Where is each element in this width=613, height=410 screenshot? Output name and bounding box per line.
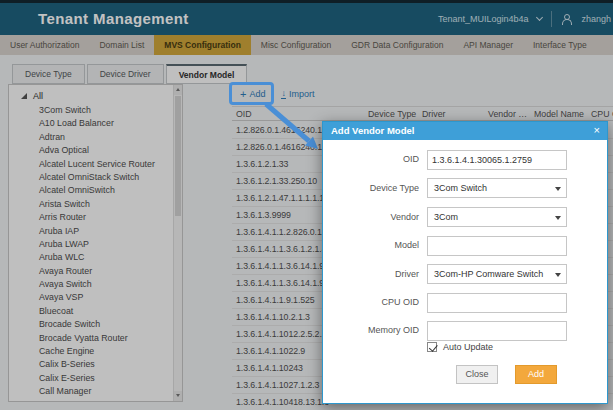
field-label-oid: OID [323, 149, 419, 169]
field-control-cpu-oid [427, 292, 567, 312]
field-label-memory-oid: Memory OID [323, 320, 419, 340]
add-button-highlight [229, 82, 274, 105]
dialog-header: Add Vendor Model × [323, 122, 607, 140]
field-control-device-type: 3Com Switch [427, 178, 567, 198]
chevron-down-icon [555, 187, 561, 191]
field-control-vendor: 3Com [427, 207, 567, 227]
chevron-down-icon [555, 216, 561, 220]
driver-select[interactable]: 3Com-HP Comware Switch [427, 264, 567, 284]
memory-oid-input[interactable] [427, 321, 567, 341]
field-row-driver: Driver3Com-HP Comware Switch [323, 264, 607, 284]
close-button[interactable]: Close [456, 365, 498, 384]
screen: Tenant Management Tenant_MUILogin4b4a zh… [0, 0, 613, 410]
field-label-cpu-oid: CPU OID [323, 292, 419, 312]
field-control-oid [427, 149, 567, 169]
add-vendor-model-dialog: Add Vendor Model × OIDDevice Type3Com Sw… [322, 121, 608, 404]
field-row-oid: OID [323, 149, 607, 169]
field-row-cpu-oid: CPU OID [323, 292, 607, 312]
field-label-vendor: Vendor [323, 207, 419, 227]
field-label-model: Model [323, 235, 419, 255]
field-row-vendor: Vendor3Com [323, 207, 607, 227]
field-row-device-type: Device Type3Com Switch [323, 178, 607, 198]
close-icon[interactable]: × [594, 122, 600, 139]
auto-update-label: Auto Update [443, 342, 493, 352]
cpu-oid-input[interactable] [427, 293, 567, 313]
model-input[interactable] [427, 236, 567, 256]
field-control-driver: 3Com-HP Comware Switch [427, 264, 567, 284]
auto-update-checkbox[interactable] [427, 342, 437, 352]
add-submit-button[interactable]: Add [515, 365, 557, 384]
field-label-driver: Driver [323, 264, 419, 284]
chevron-down-icon [555, 273, 561, 277]
field-row-model: Model [323, 235, 607, 255]
vendor-select[interactable]: 3Com [427, 207, 567, 227]
field-control-model [427, 235, 567, 255]
field-row-memory-oid: Memory OID [323, 320, 607, 340]
dialog-title: Add Vendor Model [331, 125, 414, 136]
oid-input[interactable] [427, 150, 567, 170]
device-type-select[interactable]: 3Com Switch [427, 178, 567, 198]
auto-update-row: Auto Update [427, 342, 493, 352]
field-control-memory-oid [427, 320, 567, 340]
field-label-device-type: Device Type [323, 178, 419, 198]
